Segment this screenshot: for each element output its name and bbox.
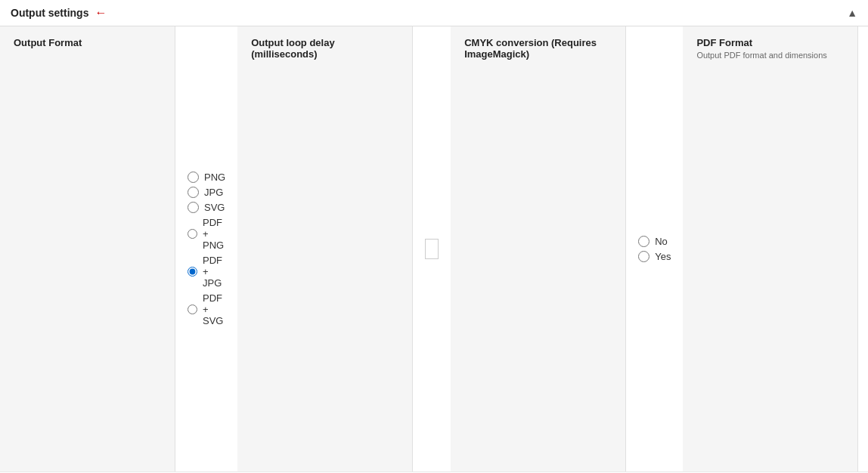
radio-pdf-jpg[interactable]: PDF + JPG xyxy=(188,255,225,289)
radio-input-svg[interactable] xyxy=(188,202,199,213)
loop-delay-content xyxy=(413,26,451,471)
output-format-title: Output Format xyxy=(14,37,164,48)
loop-delay-row: Output loop delay (milliseconds) xyxy=(237,26,451,472)
radio-label-png: PNG xyxy=(204,172,225,183)
radio-input-pdf-jpg[interactable] xyxy=(188,266,197,277)
radio-input-png[interactable] xyxy=(188,172,199,183)
radio-label-pdf-jpg: PDF + JPG xyxy=(203,255,225,289)
radio-label-pdf-svg: PDF + SVG xyxy=(203,292,225,326)
radio-jpg[interactable]: JPG xyxy=(188,187,225,198)
header-title-row: Output settings ← xyxy=(11,6,107,20)
radio-input-pdf-png[interactable] xyxy=(188,228,197,240)
arrow-left-icon: ← xyxy=(95,6,107,20)
loop-delay-input[interactable] xyxy=(425,239,439,259)
radio-pdf-svg[interactable]: PDF + SVG xyxy=(188,292,225,326)
radio-input-cmyk-yes[interactable] xyxy=(638,251,649,262)
loop-delay-title: Output loop delay (milliseconds) xyxy=(251,37,401,60)
pdf-format-row: PDF Format Output PDF format and dimensi… xyxy=(683,26,868,472)
radio-cmyk-yes[interactable]: Yes xyxy=(638,251,671,262)
cmyk-title: CMYK conversion (Requires ImageMagick) xyxy=(464,37,615,60)
cmyk-radio-group: No Yes xyxy=(638,236,671,262)
radio-label-cmyk-no: No xyxy=(655,236,668,247)
radio-pdf-png[interactable]: PDF + PNG xyxy=(188,217,225,251)
cmyk-row: CMYK conversion (Requires ImageMagick) N… xyxy=(451,26,683,472)
cmyk-label: CMYK conversion (Requires ImageMagick) xyxy=(451,26,626,471)
radio-label-jpg: JPG xyxy=(204,187,223,198)
radio-label-cmyk-yes: Yes xyxy=(655,251,671,262)
cmyk-content: No Yes xyxy=(626,26,683,471)
pdf-format-title: PDF Format xyxy=(696,37,847,48)
page-title: Output settings xyxy=(11,7,88,19)
pdf-format-subtitle: Output PDF format and dimensions xyxy=(696,50,847,61)
output-format-label: Output Format xyxy=(0,26,175,471)
loop-delay-label: Output loop delay (milliseconds) xyxy=(237,26,413,471)
output-format-row: Output Format PNG JPG SVG xyxy=(0,26,237,472)
settings-content: Output Format PNG JPG SVG xyxy=(0,26,868,472)
radio-png[interactable]: PNG xyxy=(188,172,225,183)
radio-label-svg: SVG xyxy=(204,202,225,213)
radio-label-pdf-png: PDF + PNG xyxy=(203,217,225,251)
page-wrapper: Output settings ← ▲ Output Format PNG JP… xyxy=(0,0,868,473)
radio-input-cmyk-no[interactable] xyxy=(638,236,649,247)
radio-input-pdf-svg[interactable] xyxy=(188,304,197,315)
radio-cmyk-no[interactable]: No xyxy=(638,236,671,247)
pdf-format-content: Custom A4 Letter A3 A5 Output PDF format… xyxy=(858,26,868,471)
radio-svg[interactable]: SVG xyxy=(188,202,225,213)
collapse-button[interactable]: ▲ xyxy=(847,7,857,19)
radio-input-jpg[interactable] xyxy=(188,187,199,198)
pdf-format-label: PDF Format Output PDF format and dimensi… xyxy=(683,26,858,471)
output-settings-header: Output settings ← ▲ xyxy=(0,0,868,26)
output-format-content: PNG JPG SVG PDF + PNG xyxy=(175,26,237,471)
output-format-radio-group: PNG JPG SVG PDF + PNG xyxy=(188,172,225,326)
